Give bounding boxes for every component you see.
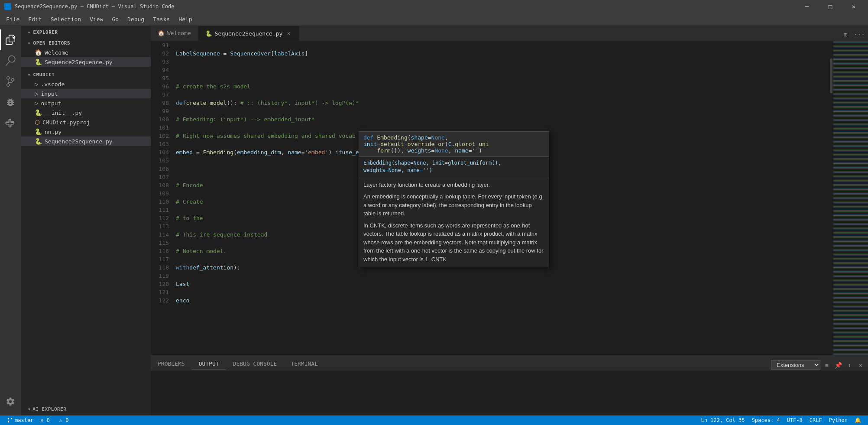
panel-tab-terminal[interactable]: TERMINAL [284, 358, 325, 370]
panel-tab-output[interactable]: OUTPUT [192, 358, 226, 370]
status-line-col[interactable]: Ln 122, Col 35 [697, 415, 748, 425]
tab-welcome[interactable]: 🏠 Welcome [151, 26, 198, 41]
status-language[interactable]: Python [826, 415, 851, 425]
extensions-select[interactable]: Extensions [771, 360, 820, 370]
sidebar-item-cmudict-pyproj[interactable]: ⬡ CMUDict.pyproj [21, 117, 151, 127]
sidebar-item-init[interactable]: 🐍 __init__.py [21, 108, 151, 117]
code-line-93: # create the s2s model [176, 82, 829, 91]
open-editors-arrow: ▾ [28, 41, 31, 45]
titlebar-controls: ─ □ ✕ [797, 0, 864, 13]
more-actions-button[interactable]: ··· [853, 29, 865, 41]
folder-input-icon: ▷ [35, 90, 38, 97]
code-line-91: LabelSequence = SequenceOver[labelAxis] [176, 49, 829, 58]
sidebar-nn-name: nn.py [45, 129, 62, 135]
tooltip-para-1: Layer factory function to create a embed… [363, 181, 544, 189]
sidebar-item-seq2seq[interactable]: 🐍 Sequence2Sequence.py [21, 136, 151, 146]
code-editor: 91 92 93 94 95 96 97 98 99 100 101 102 1… [151, 41, 868, 355]
open-editors-header[interactable]: ▾ OPEN EDITORS [21, 37, 151, 48]
code-line-95: # Embedding: (input*) --> embedded_input… [176, 115, 829, 123]
close-button[interactable]: ✕ [844, 0, 864, 13]
tab-sequence2sequence[interactable]: 🐍 Sequence2Sequence.py ✕ [198, 26, 300, 41]
menu-go[interactable]: Go [107, 14, 123, 24]
explorer-activity-icon[interactable] [0, 29, 21, 50]
vertical-scrollbar[interactable] [829, 41, 833, 355]
tooltip-signature: Embedding(shape=None, init=glorot_unifor… [359, 157, 549, 177]
sidebar: ▾ EXPLORER ▾ OPEN EDITORS 🏠 Welcome 🐍 Se… [21, 26, 151, 415]
vscode-icon [4, 3, 11, 10]
python-seq2seq-icon: 🐍 [35, 138, 42, 145]
activity-bar [0, 26, 21, 415]
tab-close-button[interactable]: ✕ [285, 30, 292, 37]
code-line-109 [176, 346, 829, 354]
sidebar-item-input[interactable]: ▷ input [21, 89, 151, 98]
panel-tab-problems[interactable]: PROBLEMS [151, 358, 192, 370]
sidebar-item-welcome[interactable]: 🏠 Welcome [21, 48, 151, 57]
tab-sequence2sequence-label: Sequence2Sequence.py [215, 30, 283, 37]
panel: PROBLEMS OUTPUT DEBUG CONSOLE TERMINAL E… [151, 355, 868, 415]
debug-activity-icon[interactable] [0, 92, 21, 113]
explorer-header[interactable]: ▾ EXPLORER [21, 26, 151, 37]
menu-selection[interactable]: Selection [46, 14, 85, 24]
minimize-button[interactable]: ─ [797, 0, 817, 13]
settings-activity-icon[interactable] [0, 391, 21, 412]
status-spaces[interactable]: Spaces: 4 [748, 415, 784, 425]
sidebar-init-name: __init__.py [45, 110, 82, 116]
status-line-ending[interactable]: CRLF [806, 415, 826, 425]
menu-file[interactable]: File [2, 14, 24, 24]
python-init-icon: 🐍 [35, 109, 42, 116]
line-numbers: 91 92 93 94 95 96 97 98 99 100 101 102 1… [151, 41, 172, 355]
sidebar-item-vscode[interactable]: ▷ .vscode [21, 79, 151, 89]
folder-vscode-icon: ▷ [35, 81, 38, 88]
titlebar: Sequence2Sequence.py — CMUDict — Visual … [0, 0, 868, 13]
python-nn-icon: 🐍 [35, 128, 42, 135]
code-line-105: Last [176, 280, 829, 288]
tooltip-header: def Embedding(shape=None, init=default_o… [359, 132, 549, 157]
sidebar-item-sequence2sequence[interactable]: 🐍 Sequence2Sequence.py [21, 57, 151, 67]
tooltip-popup: def Embedding(shape=None, init=default_o… [359, 131, 549, 267]
sidebar-item-output[interactable]: ▷ output [21, 98, 151, 108]
project-header[interactable]: ▾ CMUDICT [21, 68, 151, 79]
minimap[interactable] [833, 41, 868, 355]
status-bar: master ✕ 0 ⚠ 0 Ln 122, Col 35 Spaces: 4 … [0, 415, 868, 425]
menu-debug[interactable]: Debug [123, 14, 149, 24]
tab-actions: ⊞ ··· [837, 29, 868, 41]
extensions-activity-icon[interactable] [0, 113, 21, 133]
menu-tasks[interactable]: Tasks [149, 14, 174, 24]
status-encoding[interactable]: UTF-8 [784, 415, 806, 425]
folder-output-icon: ▷ [35, 100, 38, 107]
search-activity-icon[interactable] [0, 50, 21, 71]
tooltip-body: Layer factory function to create a embed… [359, 177, 549, 267]
editor-area: 🏠 Welcome 🐍 Sequence2Sequence.py ✕ ⊞ ···… [151, 26, 868, 415]
code-line-92 [176, 66, 829, 74]
status-notifications[interactable]: 🔔 [851, 415, 865, 425]
source-control-activity-icon[interactable] [0, 71, 21, 92]
maximize-button[interactable]: □ [820, 0, 840, 13]
ai-explorer-header[interactable]: ▾ AI EXPLORER [21, 403, 151, 415]
menu-help[interactable]: Help [174, 14, 196, 24]
menubar: File Edit Selection View Go Debug Tasks … [0, 13, 868, 26]
panel-configure-button[interactable]: ≡ [822, 360, 832, 370]
explorer-arrow: ▾ [28, 30, 31, 35]
menu-view[interactable]: View [85, 14, 107, 24]
status-branch[interactable]: master [3, 415, 37, 425]
explorer-label: EXPLORER [33, 29, 58, 35]
code-line-106: enco [176, 296, 829, 305]
proj-file-icon: ⬡ [35, 119, 40, 126]
status-errors[interactable]: ✕ 0 ⚠ 0 [37, 415, 72, 425]
code-line-94: def create_model(): # :: (history*, inpu… [176, 99, 829, 107]
ai-explorer-arrow: ▾ [28, 406, 31, 412]
panel-content [151, 370, 868, 415]
sidebar-item-nn[interactable]: 🐍 nn.py [21, 127, 151, 136]
scrollbar-thumb[interactable] [830, 58, 832, 93]
open-editors-label: OPEN EDITORS [33, 40, 70, 46]
panel-pin-button[interactable]: 📌 [833, 360, 843, 370]
minimap-content [833, 41, 868, 355]
split-editor-button[interactable]: ⊞ [839, 29, 852, 41]
panel-tabs: PROBLEMS OUTPUT DEBUG CONSOLE TERMINAL E… [151, 355, 868, 370]
sidebar-welcome-name: Welcome [45, 49, 68, 56]
sidebar-input-name: input [41, 91, 58, 97]
menu-edit[interactable]: Edit [24, 14, 46, 24]
panel-maximize-button[interactable]: ⬆ [845, 360, 854, 370]
panel-tab-debug-console[interactable]: DEBUG CONSOLE [226, 358, 284, 370]
panel-close-button[interactable]: ✕ [856, 360, 865, 370]
